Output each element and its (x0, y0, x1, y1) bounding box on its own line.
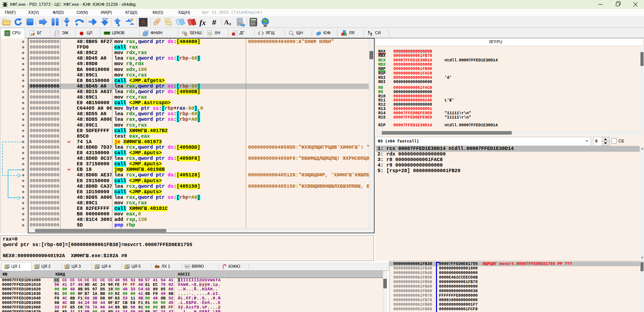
svg-text:A: A (224, 19, 229, 26)
svg-text:x=: x= (186, 265, 189, 268)
svg-text:z: z (229, 21, 231, 26)
svg-text:!: ! (186, 34, 186, 36)
svg-text:S: S (141, 18, 145, 26)
svg-text:o: o (209, 32, 210, 35)
svg-text:fx: fx (199, 18, 206, 27)
svg-text:#: # (212, 18, 216, 26)
